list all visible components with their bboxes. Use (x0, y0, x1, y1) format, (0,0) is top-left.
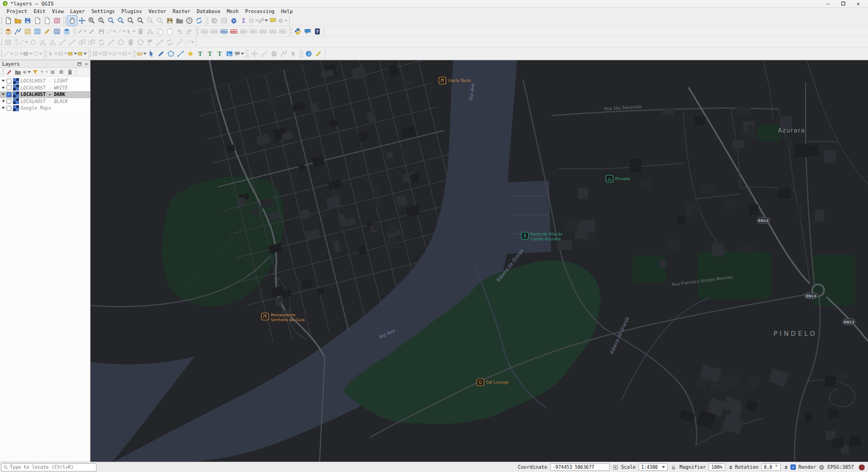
point-annotation-button[interactable] (186, 49, 195, 59)
menu-database[interactable]: Database (194, 8, 224, 15)
picture-annotation-button[interactable] (225, 49, 234, 59)
locate-bar[interactable] (1, 463, 97, 471)
new-project-button[interactable] (3, 16, 13, 25)
panel-close-button[interactable]: × (85, 61, 88, 67)
magnifier-value[interactable]: 100% (709, 463, 725, 471)
open-layer-styling-button[interactable] (5, 68, 14, 76)
line-annotation-button[interactable] (176, 49, 186, 59)
layer-checkbox[interactable] (7, 106, 11, 111)
add-mesh-layer-button[interactable] (33, 27, 42, 36)
close-button[interactable]: ✕ (855, 1, 861, 7)
panel-float-button[interactable] (78, 61, 81, 67)
add-delimited-text-layer-button[interactable] (42, 27, 52, 36)
open-project-button[interactable] (13, 16, 23, 25)
layer-checkbox[interactable] (7, 85, 11, 90)
log-messages-button[interactable] (303, 27, 312, 36)
menu-view[interactable]: View (49, 8, 67, 15)
select-by-value-button[interactable] (77, 49, 87, 59)
add-group-button[interactable] (14, 68, 22, 76)
new-spatial-bookmark-button[interactable] (165, 16, 175, 25)
expand-icon[interactable] (2, 79, 5, 82)
rect-text-annotation-button[interactable] (215, 49, 225, 59)
menu-project[interactable]: Project (3, 8, 30, 15)
menu-vector[interactable]: Vector (145, 8, 170, 15)
metasearch-info-button[interactable] (304, 49, 314, 59)
expand-icon[interactable] (2, 100, 5, 103)
locate-input[interactable] (10, 464, 94, 470)
expand-icon[interactable] (2, 93, 5, 96)
layer-row-localhost-dark[interactable]: LOCALHOST - DARK (0, 91, 90, 98)
expand-all-button[interactable] (48, 68, 57, 76)
crs-label[interactable]: EPSG:3857 (827, 464, 854, 470)
layer-row-google-maps[interactable]: Google Maps (0, 105, 90, 112)
deselect-features-all-layers-button[interactable] (67, 49, 77, 59)
text-along-line-annotation-button[interactable] (205, 49, 215, 59)
toggle-unplaced-labels-button[interactable] (229, 27, 239, 36)
zoom-to-layer-button[interactable] (126, 16, 136, 25)
menu-layer[interactable]: Layer (67, 8, 88, 15)
open-data-source-manager-button[interactable] (3, 27, 13, 36)
layer-checkbox[interactable] (7, 99, 11, 104)
magnifier-spinner[interactable] (729, 465, 732, 469)
rotation-value[interactable]: 0,0 ° (761, 463, 781, 471)
scale-combo[interactable]: 1:4380 (639, 463, 668, 471)
text-annotation-button[interactable] (195, 49, 205, 59)
new-print-layout-button[interactable] (33, 16, 42, 25)
layer-row-localhost-white[interactable]: LOCALHOST - WHITE (0, 85, 90, 92)
rotation-spinner[interactable] (784, 465, 788, 469)
pan-map-button[interactable] (67, 16, 77, 25)
remove-layer-button[interactable] (66, 68, 74, 76)
zoom-full-extent-button[interactable] (106, 16, 116, 25)
show-statistical-summary-button[interactable] (239, 16, 248, 25)
zoom-native-resolution-button[interactable] (136, 16, 145, 25)
curve-annotation-button[interactable] (156, 49, 166, 59)
messages-icon[interactable] (859, 464, 865, 470)
menu-edit[interactable]: Edit (30, 8, 49, 15)
map-canvas[interactable]: EN13EN13EN13 Rio AveRio AveRibeira da Gr… (91, 60, 868, 462)
select-annotation-button[interactable] (146, 49, 156, 59)
python-console-button[interactable] (293, 27, 303, 36)
menu-plugins[interactable]: Plugins (118, 8, 145, 15)
menu-settings[interactable]: Settings (88, 8, 118, 15)
form-annotation-button[interactable] (234, 49, 244, 59)
refresh-map-button[interactable] (194, 16, 204, 25)
annotation-tools-button[interactable] (137, 49, 146, 59)
add-raster-layer-button[interactable] (23, 27, 33, 36)
add-vector-layer-button[interactable] (13, 27, 23, 36)
minimize-button[interactable]: — (825, 1, 831, 7)
manage-map-themes-button[interactable] (22, 68, 31, 76)
temporal-controller-button[interactable] (184, 16, 194, 25)
menu-processing[interactable]: Processing (242, 8, 278, 15)
layer-row-localhost-light[interactable]: LOCALHOST - LIGHT (0, 78, 90, 85)
pan-to-selection-button[interactable] (77, 16, 87, 25)
menu-help[interactable]: Help (278, 8, 296, 15)
zoom-to-selection-button[interactable] (116, 16, 126, 25)
layer-checkbox[interactable] (7, 92, 11, 97)
style-manager-button[interactable] (52, 16, 62, 25)
sketch-tool-button[interactable] (314, 49, 323, 59)
processing-toolbox-button[interactable] (229, 16, 239, 25)
expand-icon[interactable] (2, 86, 5, 90)
render-checkbox[interactable]: ✓ (790, 464, 796, 470)
expand-icon[interactable] (2, 106, 5, 110)
filter-legend-button[interactable] (31, 68, 40, 76)
add-spatialite-layer-button[interactable] (52, 27, 62, 36)
show-layout-manager-button[interactable] (42, 16, 52, 25)
help-contents-button[interactable] (312, 27, 322, 36)
measure-button[interactable] (258, 16, 268, 25)
show-spatial-bookmarks-button[interactable] (175, 16, 184, 25)
zoom-out-button[interactable] (97, 16, 106, 25)
save-project-button[interactable] (23, 16, 33, 25)
polygon-annotation-button[interactable] (166, 49, 176, 59)
zoom-in-button[interactable] (87, 16, 97, 25)
collapse-all-button[interactable] (57, 68, 66, 76)
menu-mesh[interactable]: Mesh (224, 8, 242, 15)
add-wms-layer-button[interactable] (62, 27, 72, 36)
highlight-pinned-labels-button[interactable] (219, 27, 229, 36)
menu-raster[interactable]: Raster (169, 8, 194, 15)
layer-row-localhost-black[interactable]: LOCALHOST - BLACK (0, 98, 90, 105)
extents-icon[interactable] (612, 464, 618, 470)
maximize-button[interactable] (840, 1, 846, 7)
map-tips-button[interactable] (268, 16, 278, 25)
lock-icon[interactable] (671, 464, 676, 470)
